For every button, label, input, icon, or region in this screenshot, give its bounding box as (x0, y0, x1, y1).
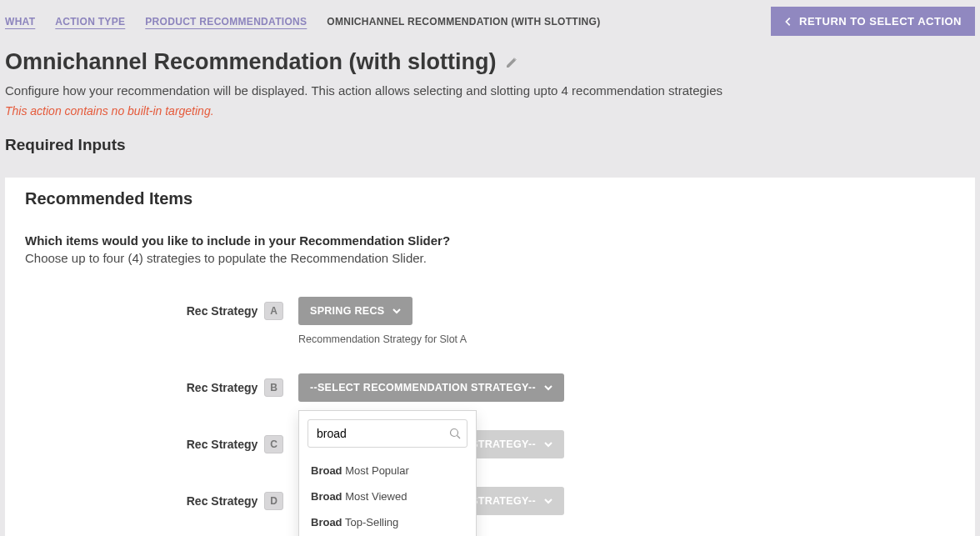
page-title: Omnichannel Recommendation (with slottin… (5, 49, 497, 75)
chevron-down-icon (544, 440, 552, 448)
dropdown-search (299, 411, 476, 456)
slot-a-badge: A (264, 302, 283, 320)
choose-up-to-four-hint: Choose up to four (4) strategies to popu… (25, 251, 955, 265)
chevron-down-icon (392, 307, 401, 315)
search-icon (449, 428, 461, 439)
svg-point-0 (451, 429, 458, 437)
slot-b-label: Rec Strategy (187, 381, 258, 394)
slot-d-label: Rec Strategy (187, 494, 258, 508)
dropdown-option[interactable]: Broad Most Viewed (299, 483, 476, 509)
strategy-slots: Rec Strategy A SPRING RECS Recommendatio… (25, 297, 955, 515)
panel-title: Recommended Items (25, 189, 955, 208)
strategy-dropdown: Broad Most Popular Broad Most Viewed Bro… (298, 410, 477, 536)
chevron-down-icon (544, 383, 552, 392)
slot-b: Rec Strategy B --SELECT RECOMMENDATION S… (25, 373, 955, 402)
slot-a-label: Rec Strategy (187, 304, 258, 318)
crumb-what[interactable]: WHAT (5, 16, 35, 28)
chevron-down-icon (544, 497, 552, 505)
return-to-select-action-button[interactable]: RETURN TO SELECT ACTION (771, 7, 975, 36)
slot-a-selected: SPRING RECS (310, 305, 384, 317)
slot-b-badge: B (264, 378, 283, 397)
targeting-warning: This action contains no built-in targeti… (5, 104, 975, 118)
dropdown-options: Broad Most Popular Broad Most Viewed Bro… (299, 456, 476, 536)
which-items-question: Which items would you like to include in… (25, 233, 955, 248)
slot-a: Rec Strategy A SPRING RECS Recommendatio… (25, 297, 955, 345)
return-label: RETURN TO SELECT ACTION (799, 15, 962, 28)
slot-a-picker[interactable]: SPRING RECS (298, 297, 412, 325)
page-description: Configure how your recommendation will b… (5, 83, 975, 98)
required-inputs-heading: Required Inputs (5, 136, 975, 154)
slot-a-hint: Recommendation Strategy for Slot A (298, 333, 955, 345)
dropdown-option[interactable]: Broad Most Popular (299, 458, 476, 483)
crumb-action-type[interactable]: ACTION TYPE (55, 16, 125, 28)
slot-c: Rec Strategy C --SELECT RECOMMENDATION S… (25, 430, 955, 458)
slot-c-label: Rec Strategy (187, 438, 258, 451)
dropdown-option[interactable]: Broad Top-Selling (299, 509, 476, 535)
slot-d: Rec Strategy D --SELECT RECOMMENDATION S… (25, 487, 955, 515)
recommended-items-panel: Recommended Items Which items would you … (5, 178, 975, 536)
edit-icon[interactable] (505, 56, 518, 69)
chevron-left-icon (784, 17, 792, 27)
breadcrumbs: WHAT ACTION TYPE PRODUCT RECOMMENDATIONS… (5, 16, 600, 28)
slot-c-badge: C (264, 435, 283, 453)
slot-b-picker[interactable]: --SELECT RECOMMENDATION STRATEGY-- (298, 373, 564, 402)
page-header: Omnichannel Recommendation (with slottin… (0, 49, 980, 166)
svg-line-1 (458, 436, 461, 439)
dropdown-search-input[interactable] (308, 419, 468, 448)
slot-d-badge: D (264, 492, 283, 510)
slot-b-selected: --SELECT RECOMMENDATION STRATEGY-- (310, 382, 536, 393)
crumb-current: OMNICHANNEL RECOMMENDATION (WITH SLOTTIN… (327, 16, 600, 28)
crumb-product-recs[interactable]: PRODUCT RECOMMENDATIONS (145, 16, 307, 28)
topbar: WHAT ACTION TYPE PRODUCT RECOMMENDATIONS… (0, 0, 980, 36)
